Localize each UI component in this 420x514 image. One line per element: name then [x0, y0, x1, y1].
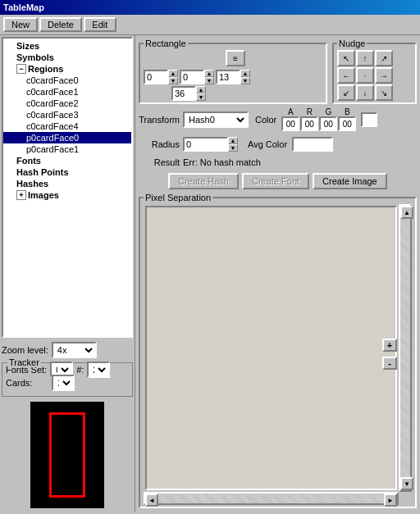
nudge-empty1: [394, 50, 412, 66]
color-a-field[interactable]: [281, 116, 299, 131]
symbols-label: Symbols: [16, 52, 54, 62]
rect-w-input: ▲ ▼: [180, 70, 214, 84]
rect-y-up[interactable]: ▲: [240, 70, 250, 77]
radius-label: Radius: [139, 139, 180, 149]
rect-x-field[interactable]: [144, 70, 168, 84]
radius-field[interactable]: [183, 137, 228, 152]
rect-y-field[interactable]: [216, 70, 240, 84]
zoom-label: Zoom level:: [2, 345, 48, 355]
rect-x-up[interactable]: ▲: [168, 70, 178, 77]
zoom-select[interactable]: 4x 1x 2x 8x: [52, 342, 97, 358]
scroll-v-track[interactable]: [400, 219, 410, 477]
rect-x-down[interactable]: ▼: [168, 77, 178, 84]
nudge-group: Nudge ↖ ↑ ↗ ← · → ↙ ↓ ↘: [332, 39, 417, 104]
images-label: Images: [28, 190, 59, 200]
rect-h-up[interactable]: ▲: [196, 86, 206, 93]
sidebar-item-c0cardface1[interactable]: c0cardFace1: [3, 86, 131, 98]
color-b-label: B: [338, 107, 356, 116]
preview-rect: [49, 412, 85, 498]
nudge-upleft[interactable]: ↖: [337, 50, 355, 66]
hash-count-select[interactable]: 2: [87, 362, 110, 378]
color-r-label: R: [300, 107, 318, 116]
window-title: TableMap: [3, 2, 44, 12]
color-b-field[interactable]: [338, 116, 356, 131]
cards-select[interactable]: 2: [52, 375, 75, 391]
create-font-button[interactable]: Create Font: [242, 173, 309, 189]
sidebar-item-p0cardface0[interactable]: p0cardFace0: [3, 132, 131, 143]
nudge-center[interactable]: ·: [356, 67, 374, 84]
regions-toggle[interactable]: −: [16, 64, 26, 74]
pixel-sep-canvas: [145, 206, 397, 490]
scroll-left-arrow[interactable]: ◄: [145, 494, 158, 507]
rect-h-down[interactable]: ▼: [196, 93, 206, 101]
color-g-label: G: [319, 107, 337, 116]
preview-canvas: [30, 402, 104, 508]
sidebar-item-regions[interactable]: − Regions: [3, 63, 131, 75]
tree-view: Sizes Symbols − Regions c0cardFace0 c0ca…: [2, 37, 133, 338]
rect-h-field[interactable]: [171, 86, 196, 101]
nudge-downright[interactable]: ↘: [375, 84, 393, 101]
plus-button[interactable]: +: [382, 339, 397, 352]
nudge-downleft[interactable]: ↙: [337, 84, 355, 101]
radius-down[interactable]: ▼: [228, 144, 238, 152]
radius-row: Radius ▲ ▼ Avg Color: [139, 137, 417, 152]
result-value: Err: No hash match: [183, 157, 261, 167]
scroll-up-arrow[interactable]: ▲: [400, 206, 413, 219]
pixel-sep-content: + - ▲ ▼ ◄ ►: [144, 204, 412, 505]
fonts-label: Fonts: [16, 156, 41, 166]
nudge-label: Nudge: [337, 39, 367, 48]
pixel-separation-group: Pixel Separation + - ▲ ▼ ◄ ►: [139, 193, 417, 508]
left-panel: Sizes Symbols − Regions c0cardFace0 c0ca…: [0, 35, 135, 512]
toolbar: New Delete Edit: [0, 15, 420, 35]
sidebar-item-c0cardface3[interactable]: c0cardFace3: [3, 109, 131, 121]
hashes-label: Hashes: [16, 179, 48, 189]
sidebar-item-c0cardface2[interactable]: c0cardFace2: [3, 98, 131, 109]
sidebar-item-c0cardface4[interactable]: c0cardFace4: [3, 121, 131, 132]
scroll-down-arrow[interactable]: ▼: [400, 477, 413, 490]
nudge-right[interactable]: →: [375, 67, 393, 84]
nudge-empty3: [394, 84, 412, 101]
align-icon[interactable]: ≡: [226, 50, 245, 66]
edit-button[interactable]: Edit: [84, 17, 116, 32]
nudge-down[interactable]: ↓: [356, 84, 374, 101]
sidebar-item-symbols[interactable]: Symbols: [3, 52, 131, 63]
transform-label: Transform: [139, 115, 180, 125]
radius-input: ▲ ▼: [183, 137, 238, 152]
horizontal-scrollbar[interactable]: ◄ ►: [144, 492, 399, 505]
radius-up[interactable]: ▲: [228, 137, 238, 144]
top-controls: Rectangle ≡ ▲ ▼: [139, 39, 417, 104]
vertical-scrollbar[interactable]: ▲ ▼: [399, 204, 412, 492]
color-r-field[interactable]: [300, 116, 318, 131]
sidebar-item-hash-points[interactable]: Hash Points: [3, 166, 131, 178]
title-bar: TableMap: [0, 0, 420, 15]
nudge-left[interactable]: ←: [337, 67, 355, 84]
delete-button[interactable]: Delete: [39, 17, 82, 32]
rect-y-down[interactable]: ▼: [240, 77, 250, 84]
color-a-label: A: [281, 107, 299, 116]
rect-w-down[interactable]: ▼: [204, 77, 214, 84]
transform-select[interactable]: Hash0 Hash1 Hash2: [183, 111, 249, 128]
color-g-field[interactable]: [319, 116, 337, 131]
create-image-button[interactable]: Create Image: [313, 173, 387, 189]
scroll-right-arrow[interactable]: ►: [384, 494, 397, 507]
sidebar-item-c0cardface0[interactable]: c0cardFace0: [3, 75, 131, 86]
create-hash-button[interactable]: Create Hash: [168, 173, 239, 189]
tracker-group: Tracker Fonts Set: 0 #: 2 Cards: 2: [2, 362, 133, 397]
rect-y-input: ▲ ▼: [216, 70, 250, 84]
rect-w-up[interactable]: ▲: [204, 70, 214, 77]
sidebar-item-hashes[interactable]: Hashes: [3, 178, 131, 189]
sizes-label: Sizes: [16, 41, 39, 51]
nudge-up[interactable]: ↑: [356, 50, 374, 66]
nudge-upright[interactable]: ↗: [375, 50, 393, 66]
rect-w-field[interactable]: [180, 70, 204, 84]
sidebar-item-sizes[interactable]: Sizes: [3, 40, 131, 52]
images-toggle[interactable]: +: [16, 190, 26, 200]
cards-label: Cards:: [6, 378, 32, 388]
sidebar-item-p0cardface1[interactable]: p0cardFace1: [3, 143, 131, 155]
rectangle-label: Rectangle: [144, 39, 188, 48]
new-button[interactable]: New: [3, 17, 38, 32]
minus-button[interactable]: -: [382, 357, 397, 370]
sidebar-item-images[interactable]: + Images: [3, 189, 131, 201]
sidebar-item-fonts[interactable]: Fonts: [3, 155, 131, 166]
scroll-h-track[interactable]: [158, 494, 384, 503]
